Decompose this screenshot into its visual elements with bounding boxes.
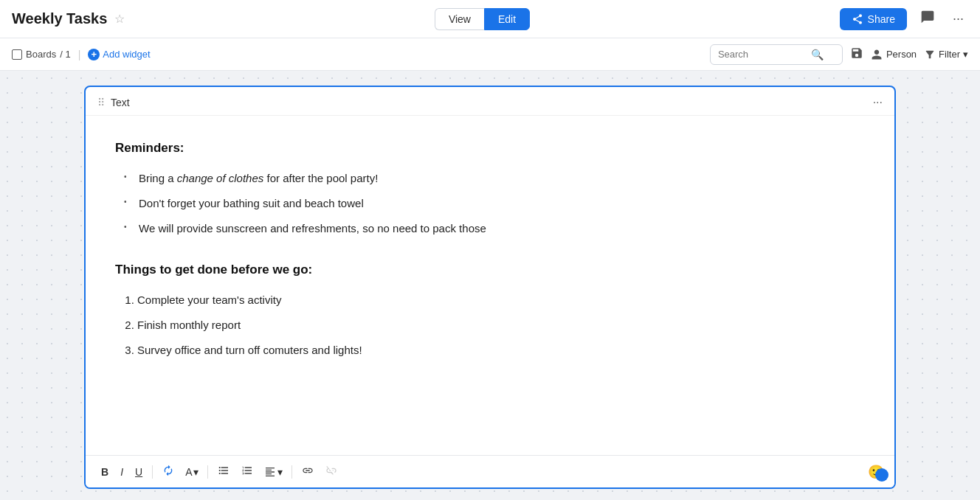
align-icon [264, 466, 276, 478]
view-button[interactable]: View [435, 8, 484, 30]
widget-card: ⠿ Text ··· Reminders: Bring a change of … [84, 86, 896, 489]
boards-nav[interactable]: Boards / 1 [12, 49, 71, 60]
more-options-button[interactable]: ··· [948, 8, 968, 29]
resize-handle[interactable] [875, 468, 888, 482]
person-label: Person [886, 49, 917, 60]
star-icon[interactable]: ☆ [114, 12, 125, 26]
view-edit-toggle: View Edit [435, 8, 530, 30]
ellipsis-icon: ··· [953, 11, 964, 26]
main-toolbar: Boards / 1 | + Add widget 🔍 Person Filte… [0, 38, 980, 71]
reminders-list: Bring a change of clothes for after the … [115, 170, 865, 237]
format-toolbar: B I U A ▾ [86, 455, 894, 487]
chat-icon [920, 10, 935, 24]
boards-count: / 1 [60, 49, 70, 60]
widget-title-area: ⠿ Text [97, 97, 130, 108]
divider [152, 465, 153, 479]
divider [291, 465, 292, 479]
numbered-list-button[interactable] [236, 462, 258, 482]
numbered-list-icon [241, 465, 253, 476]
list-item: Finish monthly report [137, 316, 865, 334]
add-widget-button[interactable]: + Add widget [88, 49, 150, 60]
share-icon [852, 13, 863, 25]
chat-icon-button[interactable] [916, 7, 939, 31]
filter-icon [924, 49, 936, 60]
italic-text: change of clothes [177, 172, 264, 184]
filter-chevron-icon: ▾ [963, 49, 968, 60]
page-title: Weekly Tasks [12, 10, 107, 27]
format-tools: B I U A ▾ [96, 462, 342, 482]
bullet-text-after: for after the pool party! [263, 172, 378, 184]
search-box: 🔍 [710, 44, 843, 65]
search-icon: 🔍 [811, 49, 824, 60]
list-item: Survey office and turn off comuters and … [137, 341, 865, 359]
person-filter-button[interactable]: Person [871, 49, 917, 60]
list-item: Complete your team's activity [137, 291, 865, 309]
color-dropdown-arrow: ▾ [193, 466, 199, 478]
share-button[interactable]: Share [840, 8, 907, 30]
bullet-list-icon [218, 465, 230, 476]
divider [207, 465, 208, 479]
widget-more-button[interactable]: ··· [873, 96, 883, 109]
filter-label: Filter [939, 49, 960, 60]
link-icon [302, 465, 314, 476]
boards-icon [12, 49, 22, 60]
text-color-button[interactable]: A ▾ [181, 463, 203, 481]
search-input[interactable] [718, 49, 807, 60]
plus-icon: + [88, 49, 100, 60]
drag-handle-icon[interactable]: ⠿ [97, 97, 105, 108]
underline-button[interactable]: U [130, 463, 148, 481]
boards-label: Boards [26, 49, 56, 60]
top-header: Weekly Tasks ☆ View Edit Share ··· [0, 0, 980, 38]
separator: | [78, 49, 81, 60]
bullet-list-button[interactable] [213, 462, 235, 482]
tasks-list: Complete your team's activity Finish mon… [115, 291, 865, 359]
tasks-heading: Things to get done before we go: [115, 260, 865, 279]
edit-button[interactable]: Edit [484, 8, 530, 30]
unlink-icon [325, 465, 337, 476]
link-button[interactable] [297, 462, 319, 482]
save-icon [850, 46, 863, 60]
editor-content[interactable]: Reminders: Bring a change of clothes for… [86, 116, 894, 455]
toolbar-right: 🔍 Person Filter ▾ [710, 44, 968, 65]
italic-button[interactable]: I [115, 463, 128, 481]
header-left: Weekly Tasks ☆ [12, 10, 125, 27]
main-content: ⠿ Text ··· Reminders: Bring a change of … [0, 71, 980, 500]
list-item: We will provide sunscreen and refreshmen… [133, 220, 865, 237]
bullet-text-plain: We will provide sunscreen and refreshmen… [139, 222, 486, 235]
align-dropdown-arrow: ▾ [277, 466, 283, 478]
widget-header: ⠿ Text ··· [86, 87, 894, 116]
bullet-text-plain: Don't forget your bathing suit and beach… [139, 197, 364, 209]
widget-footer: B I U A ▾ [86, 455, 894, 487]
text-a-label: A [185, 466, 192, 478]
bold-button[interactable]: B [96, 463, 114, 481]
rotate-icon-button[interactable] [157, 462, 179, 482]
rotate-icon [162, 465, 174, 476]
toolbar-left: Boards / 1 | + Add widget [12, 49, 151, 60]
align-button[interactable]: ▾ [260, 463, 287, 481]
share-label: Share [868, 13, 895, 25]
reminders-heading: Reminders: [115, 138, 865, 158]
save-view-button[interactable] [850, 46, 863, 63]
header-right: Share ··· [840, 7, 968, 31]
person-icon [871, 49, 883, 60]
unlink-button[interactable] [320, 462, 342, 482]
list-item: Bring a change of clothes for after the … [133, 170, 865, 187]
add-widget-label: Add widget [103, 49, 150, 60]
widget-title: Text [111, 97, 130, 108]
filter-button[interactable]: Filter ▾ [924, 49, 968, 60]
list-item: Don't forget your bathing suit and beach… [133, 195, 865, 212]
bullet-text-before: Bring a [139, 172, 177, 184]
